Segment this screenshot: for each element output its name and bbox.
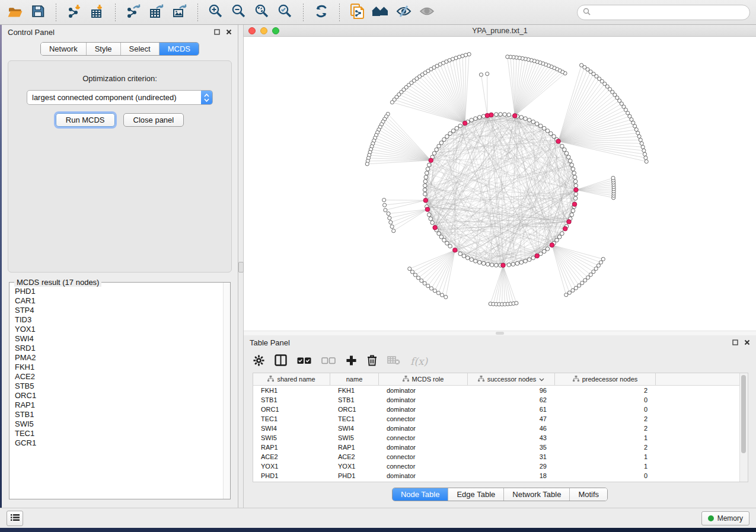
toolbar-separator [56, 4, 56, 21]
close-panel-icon[interactable] [226, 28, 232, 37]
cell-predecessor-nodes: 2 [555, 415, 656, 422]
column-header-predecessor-nodes[interactable]: predecessor nodes [555, 373, 656, 385]
zoom-out-button[interactable] [230, 4, 248, 21]
network-graph[interactable] [244, 37, 756, 331]
select-all-button[interactable] [297, 356, 311, 367]
zoom-fit-button[interactable] [253, 4, 271, 21]
export-network-button[interactable] [125, 4, 142, 21]
mcds-result-item[interactable]: SWI5 [15, 419, 223, 429]
cell-mcds-role: connector [379, 434, 468, 441]
mcds-result-item[interactable]: ORC1 [15, 391, 223, 400]
table-row[interactable]: ACE2ACE2connector311 [253, 452, 739, 462]
import-table-button[interactable] [88, 4, 106, 21]
mcds-result-item[interactable]: TEC1 [15, 429, 223, 438]
export-network-icon [126, 4, 141, 21]
mcds-result-item[interactable]: STB5 [15, 382, 223, 391]
save-floppy-icon [31, 4, 45, 21]
delete-button[interactable] [367, 354, 377, 368]
cell-mcds-role: connector [379, 453, 468, 460]
tab-mcds[interactable]: MCDS [160, 43, 199, 55]
mcds-result-item[interactable]: CAR1 [15, 296, 223, 306]
mcds-result-item[interactable]: SWI4 [15, 334, 223, 344]
show-all-button[interactable] [418, 4, 436, 21]
mcds-result-item[interactable]: PMA2 [15, 353, 223, 363]
float-panel-icon[interactable] [732, 338, 738, 347]
table-row[interactable]: PHD1PHD1dominator180 [253, 471, 739, 480]
horizontal-splitter[interactable] [244, 331, 756, 335]
mcds-result-item[interactable]: RAP1 [15, 400, 223, 410]
network-canvas[interactable] [244, 37, 756, 331]
search-input[interactable] [577, 5, 750, 20]
table-row[interactable]: ORC1ORC1dominator610 [253, 405, 739, 414]
mcds-result-item[interactable]: YOX1 [15, 325, 223, 334]
select-stepper-icon [201, 91, 212, 104]
column-header-mcds-role[interactable]: MCDS role [379, 373, 468, 385]
export-table-button[interactable] [148, 4, 165, 21]
mcds-result-item[interactable]: FKH1 [15, 363, 223, 372]
column-header-name[interactable]: name [330, 373, 379, 385]
table-row[interactable]: YOX1YOX1connector291 [253, 462, 739, 471]
import-network-button[interactable] [65, 4, 83, 21]
show-columns-button[interactable] [275, 354, 287, 368]
mcds-list-scrollbar[interactable] [223, 283, 230, 499]
export-image-icon [172, 4, 187, 21]
tab-edge-table[interactable]: Edge Table [448, 488, 504, 501]
table-settings-button[interactable] [253, 355, 264, 368]
refresh-button[interactable] [312, 4, 330, 21]
run-mcds-button[interactable]: Run MCDS [56, 113, 115, 127]
add-button[interactable] [346, 355, 357, 368]
optimization-criterion-select[interactable]: largest connected component (undirected) [27, 90, 213, 105]
splitter-handle[interactable] [496, 332, 504, 335]
cell-shared-name: YOX1 [253, 463, 330, 470]
table-row[interactable]: SWI4SWI4dominator462 [253, 424, 739, 433]
tab-network-table[interactable]: Network Table [504, 488, 570, 501]
scrollbar-thumb[interactable] [741, 375, 746, 453]
table-row[interactable]: SWI5SWI5connector431 [253, 433, 739, 443]
mcds-result-item[interactable]: STP4 [15, 306, 223, 315]
mcds-result-item[interactable]: ACE2 [15, 372, 223, 382]
mcds-result-item[interactable]: SRD1 [15, 344, 223, 353]
mcds-result-item[interactable]: GCR1 [15, 438, 223, 448]
table-toolbar: f(x) [244, 350, 756, 373]
export-image-button[interactable] [171, 4, 189, 21]
open-session-button[interactable] [6, 4, 24, 21]
node-table: shared namenameMCDS rolesuccessor nodesp… [253, 373, 748, 482]
vertical-splitter[interactable] [238, 25, 244, 508]
column-header-shared-name[interactable]: shared name [253, 373, 330, 385]
zoom-selected-button[interactable] [276, 4, 294, 21]
table-row[interactable]: FKH1FKH1dominator962 [253, 386, 739, 395]
function-builder-button[interactable]: f(x) [410, 355, 428, 367]
close-panel-button[interactable]: Close panel [123, 113, 184, 127]
deselect-all-button[interactable] [321, 356, 336, 367]
mcds-result-item[interactable]: STB1 [15, 410, 223, 419]
column-header-successor-nodes[interactable]: successor nodes [468, 373, 555, 385]
close-panel-icon[interactable] [744, 338, 750, 347]
sort-chevron-icon[interactable] [539, 376, 544, 383]
tab-node-table[interactable]: Node Table [393, 488, 449, 501]
memory-button[interactable]: Memory [701, 511, 749, 525]
splitter-handle[interactable] [238, 262, 244, 273]
tab-select[interactable]: Select [121, 43, 160, 55]
table-row[interactable]: TEC1TEC1connector472 [253, 414, 739, 424]
table-panel-titlebar: Table Panel [244, 335, 756, 350]
refresh-icon [314, 4, 329, 21]
task-history-button[interactable] [7, 511, 23, 526]
mcds-result-item[interactable]: PHD1 [15, 287, 223, 296]
table-scrollbar[interactable] [739, 373, 748, 482]
tab-style[interactable]: Style [87, 43, 121, 55]
zoom-selected-icon [277, 4, 293, 21]
control-panel: Control Panel NetworkStyleSelectMCDS Opt… [2, 25, 238, 508]
save-session-button[interactable] [29, 4, 47, 21]
hide-selected-button[interactable] [395, 4, 413, 21]
zoom-in-button[interactable] [207, 4, 225, 21]
mcds-result-item[interactable]: TID3 [15, 315, 223, 325]
cell-name: SWI5 [330, 434, 379, 441]
tab-network[interactable]: Network [41, 43, 87, 55]
export-network-file-button[interactable] [349, 4, 366, 21]
float-panel-icon[interactable] [214, 28, 220, 37]
table-row[interactable]: STB1STB1dominator620 [253, 395, 739, 405]
table-row[interactable]: RAP1RAP1dominator352 [253, 443, 739, 452]
first-neighbors-button[interactable] [372, 4, 390, 21]
delete-table-button[interactable] [387, 355, 400, 367]
tab-motifs[interactable]: Motifs [570, 488, 607, 501]
